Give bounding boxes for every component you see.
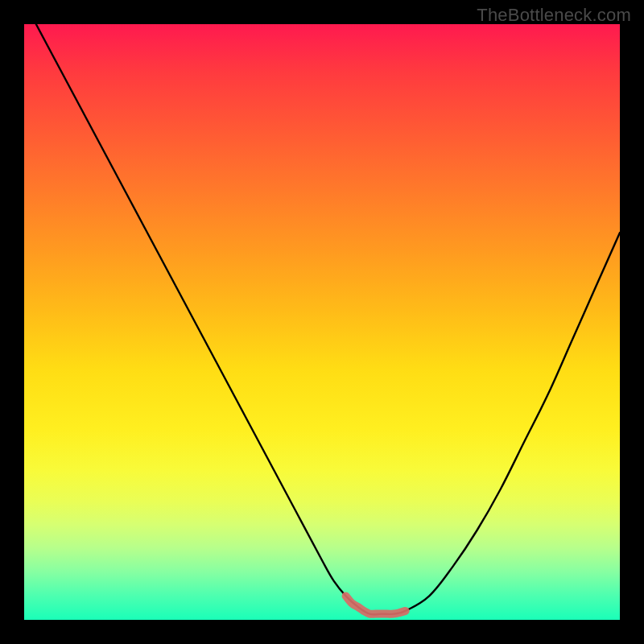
watermark-text: TheBottleneck.com bbox=[477, 5, 631, 26]
plot-area bbox=[24, 24, 620, 620]
chart-svg bbox=[24, 24, 620, 620]
optimal-range-accent bbox=[346, 596, 406, 613]
chart-stage: TheBottleneck.com bbox=[0, 0, 644, 644]
bottleneck-curve bbox=[36, 24, 620, 614]
